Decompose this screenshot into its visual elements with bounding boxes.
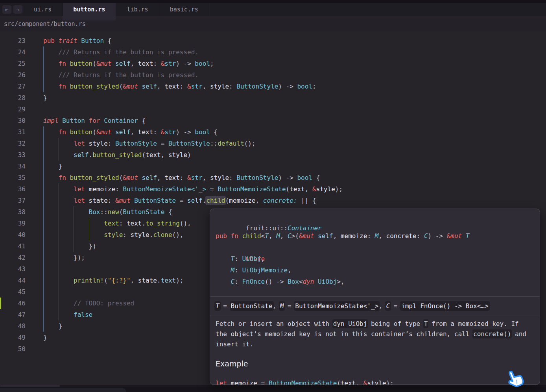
line-number: 42 — [0, 252, 26, 263]
code-token: M — [231, 266, 235, 274]
git-added-marker — [0, 298, 1, 309]
code-token: = — [157, 140, 168, 147]
doc-text: and — [511, 330, 526, 338]
line-number: 31 — [0, 126, 26, 138]
code-token: ); — [335, 185, 343, 193]
code-token: ( — [337, 379, 341, 385]
code-token: ButtonState — [134, 197, 176, 204]
code-token: bool — [297, 83, 312, 90]
line-number: 24 — [0, 46, 26, 58]
arrow-right-icon: → — [16, 6, 19, 13]
nav-forward-button[interactable]: → — [13, 5, 22, 14]
code-token: mut — [127, 174, 142, 181]
indent — [43, 242, 89, 250]
code-token: () -> — [265, 278, 288, 285]
tab-basic-rs[interactable]: basic.rs — [159, 3, 209, 16]
code-line-30[interactable]: 30impl Button for Container { — [0, 115, 546, 126]
hovered-symbol-child[interactable]: child — [206, 197, 225, 204]
code-token: C — [424, 232, 428, 240]
code-line-33[interactable]: 33 self.button_styled(text, style) — [0, 149, 546, 161]
line-number: 26 — [0, 69, 26, 81]
code-token: fn — [59, 60, 70, 67]
editor-pane[interactable]: 23pub trait Button {24 /// Returns if th… — [0, 31, 546, 385]
code-token: } — [43, 94, 47, 102]
tab-button-rs[interactable]: button.rs — [63, 3, 116, 20]
line-number: 46 — [0, 298, 26, 309]
code-token: let — [74, 185, 89, 193]
inline-code-chip: M — [280, 302, 284, 310]
code-token: , — [203, 174, 210, 181]
doc-text: from a memoized key. If — [428, 320, 518, 327]
line-number: 27 — [0, 81, 26, 92]
line-number: 29 — [0, 104, 26, 115]
code-token: , — [269, 232, 276, 240]
code-line-31[interactable]: 31 fn button(&mut self, text: &str) -> b… — [0, 126, 546, 138]
tab-ui-rs[interactable]: ui.rs — [23, 3, 63, 16]
code-token: , — [256, 197, 263, 204]
code-token: = — [257, 379, 269, 385]
code-token: & — [187, 83, 191, 90]
tab-lib-rs[interactable]: lib.rs — [116, 3, 159, 16]
code-token: ); — [386, 379, 394, 385]
code-token: = — [390, 302, 401, 310]
line-number: 32 — [0, 138, 26, 149]
code-line-35[interactable]: 35 fn button_styled(&mut self, text: &st… — [0, 172, 546, 183]
code-token: self — [187, 197, 203, 204]
code-line-23[interactable]: 23pub trait Button { — [0, 35, 546, 46]
code-token: bool — [195, 128, 210, 136]
code-line-36[interactable]: 36 let memoize: ButtonMemoizeState<'_> =… — [0, 183, 546, 195]
code-line-24[interactable]: 24 /// Returns if the button is pressed. — [0, 46, 546, 58]
code-token: let — [74, 197, 89, 204]
doc-text: insert it. — [216, 340, 253, 348]
code-token: fn — [231, 232, 242, 240]
code-token: : — [108, 140, 115, 147]
hover-doc-example-heading: Example — [210, 357, 540, 371]
code-token: : — [108, 197, 115, 204]
code-token: , — [157, 174, 164, 181]
code-token: text — [290, 185, 305, 193]
code-token: to_string — [146, 220, 180, 227]
code-line-32[interactable]: 32 let style: ButtonStyle = ButtonStyle:… — [0, 138, 546, 149]
code-token: FnOnce — [242, 278, 265, 285]
code-token: = — [284, 302, 295, 310]
code-token: { — [210, 128, 218, 136]
code-token: . — [89, 151, 93, 159]
code-token: ButtonMemoizeState<'_> — [123, 185, 206, 193]
indent-guide — [43, 46, 44, 92]
nav-back-button[interactable]: ← — [2, 5, 11, 14]
code-token: & — [161, 60, 165, 67]
code-token: , — [288, 266, 291, 274]
code-line-26[interactable]: 26 /// Returns if the button is pressed. — [0, 69, 546, 81]
inline-code-chip: dyn UiObj — [333, 320, 367, 327]
code-line-25[interactable]: 25 fn button(&mut self, text: &str) -> b… — [0, 58, 546, 69]
code-token: mut — [100, 60, 116, 67]
code-token: dyn — [303, 278, 318, 285]
indent — [43, 60, 59, 67]
code-line-34[interactable]: 34 } — [0, 161, 546, 172]
code-token: , — [131, 128, 138, 136]
popup-divider — [210, 316, 540, 316]
indent — [43, 128, 59, 136]
code-token: = — [220, 302, 231, 310]
horizontal-scrollbar-thumb[interactable] — [0, 385, 60, 387]
code-token: clone — [153, 231, 172, 239]
code-token: }) — [89, 242, 96, 250]
code-token: : — [180, 174, 187, 181]
breadcrumb-path: src/component/button.rs — [4, 20, 86, 28]
hover-documentation-popup: fruit::ui::Container pub fn child<T, M, … — [210, 209, 540, 385]
code-token: text — [127, 220, 142, 227]
code-token: , — [333, 232, 341, 240]
code-token: , — [356, 379, 363, 385]
code-line-37[interactable]: 37 let state: &mut ButtonState = self.ch… — [0, 195, 546, 206]
code-token: . — [149, 231, 153, 239]
code-token: text — [146, 151, 161, 159]
code-token: C — [288, 232, 291, 240]
code-line-28[interactable]: 28} — [0, 92, 546, 104]
code-token: Button — [62, 117, 89, 124]
code-token: . — [203, 197, 207, 204]
code-token: & — [187, 174, 191, 181]
code-token: memoize — [341, 232, 367, 240]
code-token: ButtonStyle — [168, 140, 210, 147]
code-line-27[interactable]: 27 fn button_styled(&mut self, text: &st… — [0, 81, 546, 92]
code-line-29[interactable]: 29 — [0, 104, 546, 115]
